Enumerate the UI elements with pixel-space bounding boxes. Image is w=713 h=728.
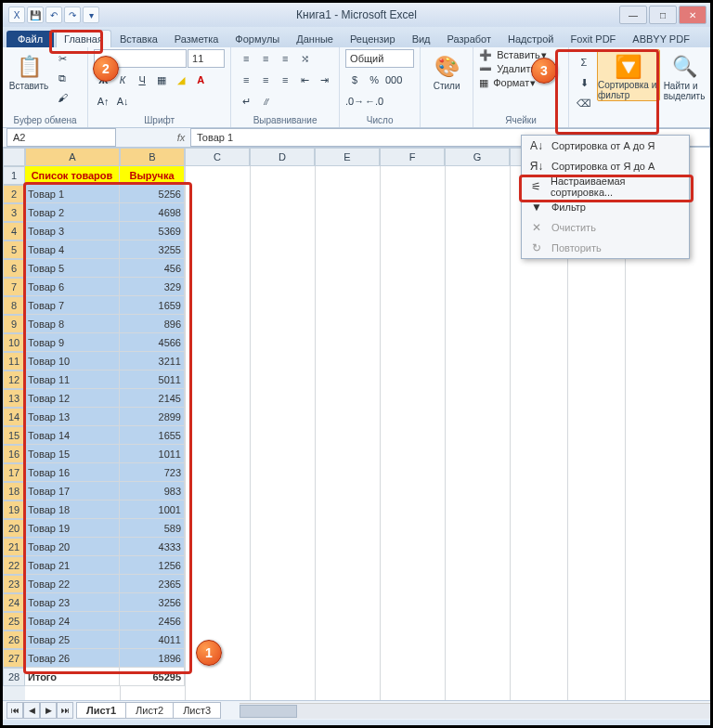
tab-review[interactable]: Рецензир: [342, 30, 404, 47]
merge-icon[interactable]: ⫽: [256, 92, 275, 110]
indent-dec-icon[interactable]: ⇤: [295, 71, 314, 89]
cell-A17[interactable]: Товар 16: [25, 463, 120, 482]
row-header-5[interactable]: 5: [3, 240, 25, 259]
minimize-button[interactable]: —: [619, 6, 647, 24]
col-header-D[interactable]: D: [250, 148, 315, 166]
cell-A1[interactable]: Список товаров: [25, 166, 120, 185]
cell-A23[interactable]: Товар 22: [25, 575, 120, 593]
zoom-slider[interactable]: ──●──: [655, 724, 686, 729]
row-header-22[interactable]: 22: [3, 556, 25, 575]
styles-button[interactable]: 🎨Стили: [426, 49, 467, 91]
cell-B4[interactable]: 5369: [120, 222, 185, 240]
qat-more-icon[interactable]: ▾: [83, 6, 99, 23]
save-icon[interactable]: 💾: [27, 6, 44, 23]
zoom-level[interactable]: 100%: [603, 724, 627, 729]
cell-A25[interactable]: Товар 24: [25, 612, 120, 630]
dec-decimal-icon[interactable]: ←.0: [365, 92, 383, 110]
cell-B14[interactable]: 2899: [120, 408, 185, 426]
cell-A6[interactable]: Товар 5: [25, 259, 120, 278]
row-header-3[interactable]: 3: [3, 203, 25, 222]
cell-A18[interactable]: Товар 17: [25, 482, 120, 500]
zoom-in-icon[interactable]: +: [697, 724, 703, 729]
cell-A19[interactable]: Товар 18: [25, 500, 120, 519]
h-scrollbar[interactable]: [240, 703, 710, 719]
cell-A28[interactable]: Итого: [25, 668, 120, 686]
row-header-19[interactable]: 19: [3, 500, 25, 519]
cell-B17[interactable]: 723: [120, 463, 185, 482]
find-select-button[interactable]: 🔍Найти и выделить: [664, 49, 705, 101]
cell-A10[interactable]: Товар 9: [25, 333, 120, 352]
row-header-8[interactable]: 8: [3, 296, 25, 315]
maximize-button[interactable]: □: [649, 6, 677, 24]
col-header-E[interactable]: E: [315, 148, 380, 166]
row-header-14[interactable]: 14: [3, 408, 25, 426]
align-bot-icon[interactable]: ≡: [276, 49, 294, 68]
cell-B11[interactable]: 3211: [120, 352, 185, 370]
col-header-F[interactable]: F: [380, 148, 445, 166]
cell-A26[interactable]: Товар 25: [25, 630, 120, 649]
sheet-tab-3[interactable]: Лист3: [173, 702, 221, 719]
cell-B22[interactable]: 1256: [120, 556, 185, 575]
cell-B13[interactable]: 2145: [120, 389, 185, 408]
percent-icon[interactable]: %: [365, 71, 383, 89]
fx-icon[interactable]: fx: [172, 132, 190, 143]
row-header-16[interactable]: 16: [3, 445, 25, 463]
row-header-2[interactable]: 2: [3, 185, 25, 203]
row-header-15[interactable]: 15: [3, 426, 25, 445]
row-header-23[interactable]: 23: [3, 575, 25, 593]
menu-sort-az[interactable]: A↓Сортировка от А до Я: [522, 136, 689, 156]
wrap-text-icon[interactable]: ↵: [237, 92, 255, 110]
align-center-icon[interactable]: ≡: [256, 71, 275, 89]
cell-B3[interactable]: 4698: [120, 203, 185, 222]
view-pagebreak-icon[interactable]: ▧: [583, 724, 591, 729]
autosum-icon[interactable]: Σ: [575, 53, 593, 72]
indent-inc-icon[interactable]: ⇥: [315, 71, 333, 89]
cell-B24[interactable]: 3256: [120, 593, 185, 612]
sheet-first-icon[interactable]: ⏮: [6, 702, 23, 719]
undo-icon[interactable]: ↶: [45, 6, 62, 23]
cell-A20[interactable]: Товар 19: [25, 519, 120, 538]
sheet-tab-2[interactable]: Лист2: [125, 702, 174, 719]
row-header-24[interactable]: 24: [3, 593, 25, 612]
row-header-10[interactable]: 10: [3, 333, 25, 352]
grow-font-icon[interactable]: A↑: [94, 92, 112, 110]
close-button[interactable]: ✕: [679, 6, 707, 24]
copy-icon[interactable]: ⧉: [53, 69, 71, 87]
row-header-9[interactable]: 9: [3, 315, 25, 333]
row-header-18[interactable]: 18: [3, 482, 25, 500]
font-size-select[interactable]: 11: [188, 49, 225, 68]
row-header-6[interactable]: 6: [3, 259, 25, 278]
sheet-prev-icon[interactable]: ◀: [23, 702, 40, 719]
cell-B21[interactable]: 4333: [120, 538, 185, 556]
tab-insert[interactable]: Вставка: [111, 30, 166, 47]
sort-filter-button[interactable]: 🔽Сортировка и фильтр: [597, 49, 660, 101]
shrink-font-icon[interactable]: A↓: [113, 92, 132, 110]
cell-A12[interactable]: Товар 11: [25, 370, 120, 389]
cell-B27[interactable]: 1896: [120, 649, 185, 668]
cell-A5[interactable]: Товар 4: [25, 240, 120, 259]
cell-B26[interactable]: 4011: [120, 630, 185, 649]
cell-B9[interactable]: 896: [120, 315, 185, 333]
cell-B1[interactable]: Выручка: [120, 166, 185, 185]
row-header-27[interactable]: 27: [3, 649, 25, 668]
row-header-17[interactable]: 17: [3, 463, 25, 482]
tab-formulas[interactable]: Формулы: [227, 30, 288, 47]
fill-icon[interactable]: ⬇: [575, 73, 593, 92]
align-right-icon[interactable]: ≡: [276, 71, 294, 89]
cell-A24[interactable]: Товар 23: [25, 593, 120, 612]
cell-A7[interactable]: Товар 6: [25, 278, 120, 296]
name-box[interactable]: A2: [6, 128, 116, 147]
row-header-21[interactable]: 21: [3, 538, 25, 556]
cut-icon[interactable]: ✂: [53, 49, 71, 68]
sheet-last-icon[interactable]: ⏭: [57, 702, 73, 719]
cell-B15[interactable]: 1655: [120, 426, 185, 445]
underline-button[interactable]: Ч: [133, 71, 151, 89]
format-painter-icon[interactable]: 🖌: [53, 88, 71, 107]
cell-A11[interactable]: Товар 10: [25, 352, 120, 370]
cell-B12[interactable]: 5011: [120, 370, 185, 389]
cell-B16[interactable]: 1011: [120, 445, 185, 463]
cell-B19[interactable]: 1001: [120, 500, 185, 519]
cell-B18[interactable]: 983: [120, 482, 185, 500]
cell-B20[interactable]: 589: [120, 519, 185, 538]
row-header-28[interactable]: 28: [3, 668, 25, 686]
